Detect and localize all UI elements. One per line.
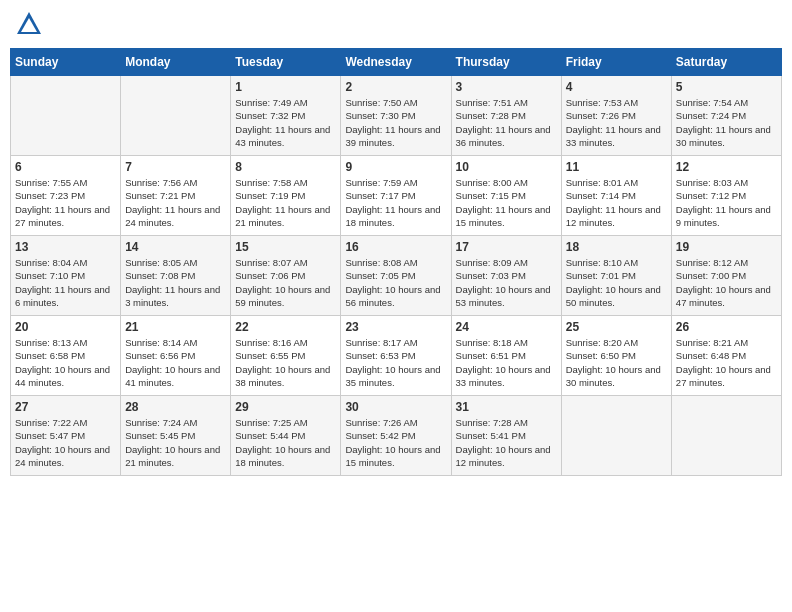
day-info: Sunrise: 7:55 AMSunset: 7:23 PMDaylight:…: [15, 176, 116, 229]
calendar-cell: 10Sunrise: 8:00 AMSunset: 7:15 PMDayligh…: [451, 156, 561, 236]
day-number: 21: [125, 320, 226, 334]
day-number: 13: [15, 240, 116, 254]
week-row-3: 13Sunrise: 8:04 AMSunset: 7:10 PMDayligh…: [11, 236, 782, 316]
logo-icon: [15, 10, 43, 38]
calendar-cell: 11Sunrise: 8:01 AMSunset: 7:14 PMDayligh…: [561, 156, 671, 236]
header-day-wednesday: Wednesday: [341, 49, 451, 76]
calendar-cell: 27Sunrise: 7:22 AMSunset: 5:47 PMDayligh…: [11, 396, 121, 476]
calendar-cell: 25Sunrise: 8:20 AMSunset: 6:50 PMDayligh…: [561, 316, 671, 396]
calendar-cell: 31Sunrise: 7:28 AMSunset: 5:41 PMDayligh…: [451, 396, 561, 476]
day-number: 7: [125, 160, 226, 174]
day-info: Sunrise: 7:25 AMSunset: 5:44 PMDaylight:…: [235, 416, 336, 469]
day-info: Sunrise: 7:58 AMSunset: 7:19 PMDaylight:…: [235, 176, 336, 229]
calendar-cell: 17Sunrise: 8:09 AMSunset: 7:03 PMDayligh…: [451, 236, 561, 316]
calendar-cell: 12Sunrise: 8:03 AMSunset: 7:12 PMDayligh…: [671, 156, 781, 236]
header-day-thursday: Thursday: [451, 49, 561, 76]
day-number: 22: [235, 320, 336, 334]
day-number: 2: [345, 80, 446, 94]
day-info: Sunrise: 8:13 AMSunset: 6:58 PMDaylight:…: [15, 336, 116, 389]
day-info: Sunrise: 7:50 AMSunset: 7:30 PMDaylight:…: [345, 96, 446, 149]
calendar-cell: 28Sunrise: 7:24 AMSunset: 5:45 PMDayligh…: [121, 396, 231, 476]
day-number: 23: [345, 320, 446, 334]
calendar-cell: 4Sunrise: 7:53 AMSunset: 7:26 PMDaylight…: [561, 76, 671, 156]
week-row-4: 20Sunrise: 8:13 AMSunset: 6:58 PMDayligh…: [11, 316, 782, 396]
calendar-cell: 21Sunrise: 8:14 AMSunset: 6:56 PMDayligh…: [121, 316, 231, 396]
calendar-cell: 19Sunrise: 8:12 AMSunset: 7:00 PMDayligh…: [671, 236, 781, 316]
day-info: Sunrise: 8:20 AMSunset: 6:50 PMDaylight:…: [566, 336, 667, 389]
day-number: 15: [235, 240, 336, 254]
week-row-1: 1Sunrise: 7:49 AMSunset: 7:32 PMDaylight…: [11, 76, 782, 156]
calendar-cell: [11, 76, 121, 156]
week-row-5: 27Sunrise: 7:22 AMSunset: 5:47 PMDayligh…: [11, 396, 782, 476]
day-number: 20: [15, 320, 116, 334]
header-day-saturday: Saturday: [671, 49, 781, 76]
calendar-cell: [671, 396, 781, 476]
day-number: 28: [125, 400, 226, 414]
day-number: 12: [676, 160, 777, 174]
day-number: 10: [456, 160, 557, 174]
day-number: 27: [15, 400, 116, 414]
day-info: Sunrise: 8:09 AMSunset: 7:03 PMDaylight:…: [456, 256, 557, 309]
day-number: 1: [235, 80, 336, 94]
day-info: Sunrise: 7:51 AMSunset: 7:28 PMDaylight:…: [456, 96, 557, 149]
day-info: Sunrise: 8:18 AMSunset: 6:51 PMDaylight:…: [456, 336, 557, 389]
day-number: 24: [456, 320, 557, 334]
day-info: Sunrise: 7:26 AMSunset: 5:42 PMDaylight:…: [345, 416, 446, 469]
calendar-cell: 30Sunrise: 7:26 AMSunset: 5:42 PMDayligh…: [341, 396, 451, 476]
calendar-cell: 2Sunrise: 7:50 AMSunset: 7:30 PMDaylight…: [341, 76, 451, 156]
day-info: Sunrise: 8:14 AMSunset: 6:56 PMDaylight:…: [125, 336, 226, 389]
calendar-cell: 8Sunrise: 7:58 AMSunset: 7:19 PMDaylight…: [231, 156, 341, 236]
day-number: 3: [456, 80, 557, 94]
day-number: 29: [235, 400, 336, 414]
day-info: Sunrise: 8:21 AMSunset: 6:48 PMDaylight:…: [676, 336, 777, 389]
day-info: Sunrise: 7:49 AMSunset: 7:32 PMDaylight:…: [235, 96, 336, 149]
week-row-2: 6Sunrise: 7:55 AMSunset: 7:23 PMDaylight…: [11, 156, 782, 236]
calendar-cell: [561, 396, 671, 476]
day-info: Sunrise: 8:07 AMSunset: 7:06 PMDaylight:…: [235, 256, 336, 309]
day-info: Sunrise: 7:24 AMSunset: 5:45 PMDaylight:…: [125, 416, 226, 469]
calendar-cell: 13Sunrise: 8:04 AMSunset: 7:10 PMDayligh…: [11, 236, 121, 316]
calendar-cell: 18Sunrise: 8:10 AMSunset: 7:01 PMDayligh…: [561, 236, 671, 316]
day-info: Sunrise: 8:12 AMSunset: 7:00 PMDaylight:…: [676, 256, 777, 309]
logo: [15, 10, 45, 38]
day-info: Sunrise: 7:28 AMSunset: 5:41 PMDaylight:…: [456, 416, 557, 469]
day-number: 16: [345, 240, 446, 254]
day-number: 5: [676, 80, 777, 94]
day-number: 25: [566, 320, 667, 334]
calendar-cell: 24Sunrise: 8:18 AMSunset: 6:51 PMDayligh…: [451, 316, 561, 396]
calendar-cell: 7Sunrise: 7:56 AMSunset: 7:21 PMDaylight…: [121, 156, 231, 236]
day-info: Sunrise: 8:16 AMSunset: 6:55 PMDaylight:…: [235, 336, 336, 389]
header-day-tuesday: Tuesday: [231, 49, 341, 76]
calendar-cell: 14Sunrise: 8:05 AMSunset: 7:08 PMDayligh…: [121, 236, 231, 316]
calendar-cell: 15Sunrise: 8:07 AMSunset: 7:06 PMDayligh…: [231, 236, 341, 316]
calendar-cell: 20Sunrise: 8:13 AMSunset: 6:58 PMDayligh…: [11, 316, 121, 396]
day-number: 26: [676, 320, 777, 334]
header-day-monday: Monday: [121, 49, 231, 76]
day-info: Sunrise: 8:03 AMSunset: 7:12 PMDaylight:…: [676, 176, 777, 229]
day-number: 14: [125, 240, 226, 254]
day-number: 30: [345, 400, 446, 414]
calendar-cell: 6Sunrise: 7:55 AMSunset: 7:23 PMDaylight…: [11, 156, 121, 236]
day-info: Sunrise: 8:08 AMSunset: 7:05 PMDaylight:…: [345, 256, 446, 309]
day-number: 6: [15, 160, 116, 174]
calendar-cell: [121, 76, 231, 156]
calendar-cell: 5Sunrise: 7:54 AMSunset: 7:24 PMDaylight…: [671, 76, 781, 156]
day-number: 9: [345, 160, 446, 174]
day-info: Sunrise: 8:05 AMSunset: 7:08 PMDaylight:…: [125, 256, 226, 309]
calendar-cell: 23Sunrise: 8:17 AMSunset: 6:53 PMDayligh…: [341, 316, 451, 396]
header-row: SundayMondayTuesdayWednesdayThursdayFrid…: [11, 49, 782, 76]
calendar-table: SundayMondayTuesdayWednesdayThursdayFrid…: [10, 48, 782, 476]
calendar-cell: 22Sunrise: 8:16 AMSunset: 6:55 PMDayligh…: [231, 316, 341, 396]
header-day-sunday: Sunday: [11, 49, 121, 76]
day-number: 19: [676, 240, 777, 254]
day-number: 11: [566, 160, 667, 174]
calendar-cell: 9Sunrise: 7:59 AMSunset: 7:17 PMDaylight…: [341, 156, 451, 236]
day-info: Sunrise: 7:54 AMSunset: 7:24 PMDaylight:…: [676, 96, 777, 149]
day-info: Sunrise: 8:00 AMSunset: 7:15 PMDaylight:…: [456, 176, 557, 229]
calendar-cell: 26Sunrise: 8:21 AMSunset: 6:48 PMDayligh…: [671, 316, 781, 396]
day-info: Sunrise: 8:04 AMSunset: 7:10 PMDaylight:…: [15, 256, 116, 309]
header-day-friday: Friday: [561, 49, 671, 76]
day-number: 4: [566, 80, 667, 94]
day-info: Sunrise: 7:59 AMSunset: 7:17 PMDaylight:…: [345, 176, 446, 229]
day-number: 17: [456, 240, 557, 254]
